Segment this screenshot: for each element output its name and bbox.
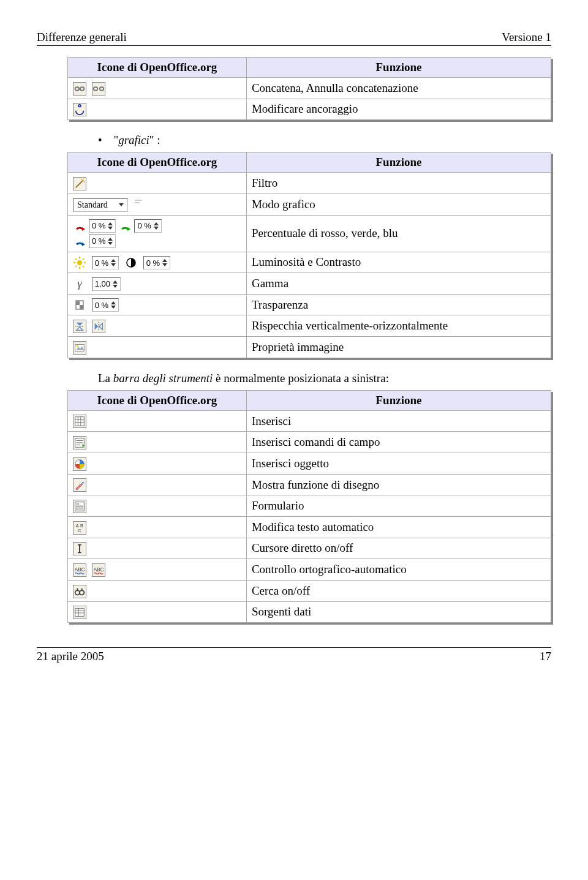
- gamma-input[interactable]: 1,00: [92, 277, 121, 291]
- input-value: 0 %: [92, 221, 105, 230]
- table3-head-left: Icone di OpenOffice.org: [68, 390, 247, 410]
- chevron-down-icon: [119, 203, 124, 206]
- input-value: 0 %: [95, 258, 108, 268]
- svg-marker-33: [94, 323, 97, 330]
- svg-marker-34: [99, 323, 102, 330]
- chain-link-icon: [73, 82, 86, 96]
- svg-rect-28: [76, 301, 80, 305]
- table-row: Sorgenti dati: [68, 601, 551, 623]
- table1-row1-label: Modificare ancoraggio: [246, 99, 551, 120]
- svg-marker-31: [77, 327, 83, 330]
- table-row: 0 % Trasparenza: [68, 294, 551, 315]
- svg-rect-1: [80, 87, 84, 90]
- svg-line-23: [83, 266, 84, 267]
- chain-unlink-icon: [92, 82, 105, 96]
- brightness-input[interactable]: 0 %: [92, 256, 119, 269]
- contrast-input[interactable]: 0 %: [143, 256, 170, 269]
- table-row: Mostra funzione di disegno: [68, 474, 551, 495]
- svg-marker-15: [127, 227, 130, 231]
- table-row: ABC ABC Controllo ortografico-automatico: [68, 559, 551, 581]
- icon-cell: [68, 337, 247, 358]
- table2-row6-label: Rispecchia verticalmente-orizzontalmente: [246, 315, 551, 337]
- page: Differenze generali Versione 1 Icone di …: [0, 0, 588, 682]
- table-header-row: Icone di OpenOffice.org Funzione: [68, 58, 551, 78]
- graphic-mode-dropdown[interactable]: Standard: [73, 198, 128, 212]
- insert-table-icon: [73, 415, 86, 428]
- flip-horizontal-icon: [92, 320, 105, 333]
- table2-row4-label: Gamma: [246, 273, 551, 295]
- table2: Icone di OpenOffice.org Funzione Filtro …: [67, 152, 551, 358]
- bullet-grafici: "grafici" :: [98, 134, 551, 147]
- table3-row4-label: Formulario: [246, 495, 551, 517]
- direct-cursor-icon: [73, 542, 86, 555]
- icon-cell: [68, 495, 247, 517]
- table3-row9-label: Sorgenti dati: [246, 601, 551, 623]
- table3-row3-label: Mostra funzione di disegno: [246, 474, 551, 495]
- table-row: Cursore diretto on/off: [68, 538, 551, 559]
- table-row: ABC Modifica testo automatico: [68, 516, 551, 538]
- spellcheck-icon: ABC: [73, 563, 86, 577]
- midtext-pre: La: [98, 372, 113, 385]
- green-percent-input[interactable]: 0 %: [134, 219, 161, 233]
- icon-cell: [68, 78, 247, 99]
- header-left: Differenze generali: [37, 31, 127, 44]
- input-value: 0 %: [146, 258, 160, 268]
- blue-percent-input[interactable]: 0 %: [89, 235, 116, 248]
- svg-point-63: [75, 590, 80, 595]
- svg-rect-54: [77, 508, 83, 510]
- footer-page-number: 17: [540, 650, 551, 663]
- svg-rect-0: [75, 87, 79, 90]
- table-row: Inserisci oggetto: [68, 453, 551, 475]
- table3-head-right: Funzione: [246, 390, 551, 410]
- contrast-icon: [124, 256, 138, 269]
- input-value: 0 %: [92, 236, 105, 246]
- input-value: 0 %: [95, 301, 108, 310]
- svg-rect-68: [75, 609, 85, 617]
- table1: Icone di OpenOffice.org Funzione Concate…: [67, 57, 551, 120]
- table-row: Inserisci comandi di campo: [68, 432, 551, 453]
- red-percent-input[interactable]: 0 %: [89, 219, 116, 233]
- svg-point-5: [78, 105, 81, 107]
- auto-spellcheck-icon: ABC: [92, 563, 105, 577]
- insert-object-icon: [73, 457, 86, 471]
- drawing-icon: [73, 478, 86, 492]
- table2-head-left: Icone di OpenOffice.org: [68, 152, 247, 173]
- gamma-icon: γ: [73, 277, 86, 291]
- table2-row3-label: Luminosità e Contrasto: [246, 252, 551, 273]
- svg-rect-4: [100, 87, 104, 90]
- table3-wrap: Icone di OpenOffice.org Funzione Inseris…: [67, 390, 551, 623]
- svg-point-17: [77, 260, 82, 265]
- table-row: 0 % 0 % Luminosità e Contrasto: [68, 252, 551, 273]
- icon-cell: [68, 474, 247, 495]
- table-header-row: Icone di OpenOffice.org Funzione: [68, 390, 551, 410]
- svg-text:ABC: ABC: [75, 567, 85, 573]
- svg-rect-52: [77, 503, 80, 505]
- svg-rect-29: [80, 305, 83, 309]
- table3: Icone di OpenOffice.org Funzione Inseris…: [67, 390, 551, 623]
- icon-cell: ABC: [68, 516, 247, 538]
- quote-close: " :: [149, 134, 160, 146]
- red-arrow-icon: [73, 219, 86, 233]
- table-row: Formulario: [68, 495, 551, 517]
- table2-row0-label: Filtro: [246, 173, 551, 194]
- bullet-word: grafici: [118, 134, 149, 146]
- table-row: Proprietà immagine: [68, 337, 551, 358]
- svg-marker-50: [82, 482, 85, 484]
- svg-marker-14: [82, 227, 85, 231]
- midtext-ital: barra degli strumenti: [113, 372, 213, 385]
- page-header: Differenze generali Versione 1: [37, 31, 551, 46]
- transparency-input[interactable]: 0 %: [92, 298, 119, 312]
- table-row: γ 1,00 Gamma: [68, 273, 551, 295]
- table-row: Concatena, Annulla concatenazione: [68, 78, 551, 99]
- svg-line-25: [83, 258, 84, 260]
- table1-wrap: Icone di OpenOffice.org Funzione Concate…: [67, 57, 551, 120]
- icon-cell: [68, 173, 247, 194]
- svg-rect-53: [77, 506, 83, 507]
- icon-cell: γ 1,00: [68, 273, 247, 295]
- icon-cell: [68, 453, 247, 475]
- table3-row1-label: Inserisci comandi di campo: [246, 432, 551, 453]
- table2-wrap: Icone di OpenOffice.org Funzione Filtro …: [67, 152, 551, 358]
- autotext-icon: ABC: [73, 521, 86, 535]
- svg-point-11: [83, 181, 85, 182]
- transparency-icon: [73, 298, 86, 312]
